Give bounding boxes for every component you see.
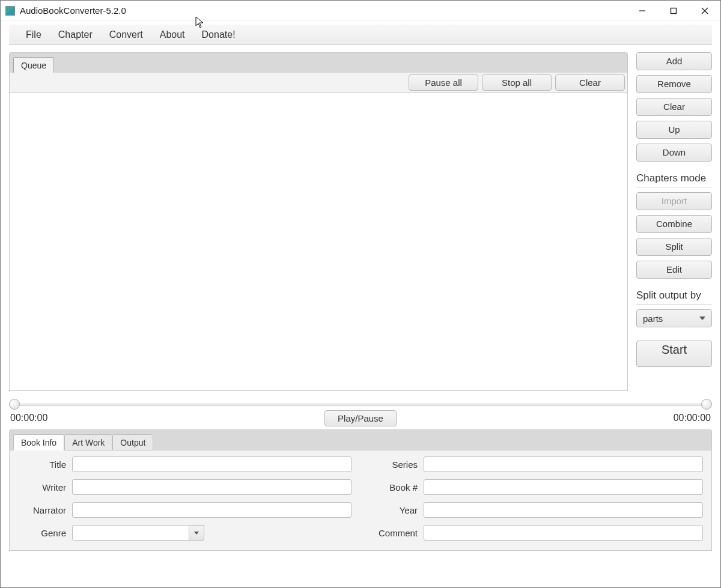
split-output-heading: Split output by bbox=[636, 286, 712, 305]
tab-art-work[interactable]: Art Work bbox=[64, 434, 112, 450]
minimize-button[interactable] bbox=[627, 1, 658, 20]
label-title: Title bbox=[18, 459, 66, 470]
label-narrator: Narrator bbox=[18, 505, 66, 515]
genre-dropdown-button[interactable] bbox=[189, 525, 204, 541]
svg-rect-1 bbox=[671, 8, 677, 13]
split-output-select[interactable]: parts bbox=[636, 309, 712, 327]
menu-convert[interactable]: Convert bbox=[103, 27, 149, 43]
maximize-button[interactable] bbox=[658, 1, 689, 20]
label-book-no: Book # bbox=[357, 482, 418, 493]
combine-button[interactable]: Combine bbox=[636, 215, 712, 233]
title-field[interactable] bbox=[72, 456, 351, 472]
comment-field[interactable] bbox=[424, 525, 703, 541]
queue-toolbar: Pause all Stop all Clear bbox=[9, 73, 628, 93]
window-title: AudioBookConverter-5.2.0 bbox=[20, 5, 126, 16]
menu-file[interactable]: File bbox=[20, 27, 47, 43]
pause-all-button[interactable]: Pause all bbox=[409, 74, 478, 91]
play-pause-button[interactable]: Play/Pause bbox=[324, 410, 397, 426]
app-icon bbox=[5, 6, 15, 16]
slider-track bbox=[13, 404, 708, 406]
book-no-field[interactable] bbox=[424, 479, 703, 495]
label-year: Year bbox=[357, 505, 418, 515]
chevron-down-icon bbox=[699, 317, 705, 320]
label-writer: Writer bbox=[18, 482, 66, 493]
time-total: 00:00:00 bbox=[674, 413, 711, 423]
stop-all-button[interactable]: Stop all bbox=[482, 74, 552, 91]
series-field[interactable] bbox=[424, 456, 703, 472]
queue-list[interactable] bbox=[9, 93, 628, 391]
time-elapsed: 00:00:00 bbox=[10, 413, 47, 423]
label-series: Series bbox=[357, 459, 418, 470]
genre-field[interactable] bbox=[72, 525, 189, 541]
queue-tabstrip: Queue bbox=[9, 52, 628, 73]
window-controls bbox=[627, 1, 720, 20]
title-bar: AudioBookConverter-5.2.0 bbox=[1, 1, 720, 21]
down-button[interactable]: Down bbox=[636, 144, 712, 162]
menu-donate[interactable]: Donate! bbox=[196, 27, 242, 43]
chapters-mode-heading: Chapters mode bbox=[636, 169, 712, 187]
tab-output[interactable]: Output bbox=[112, 434, 153, 450]
edit-button[interactable]: Edit bbox=[636, 261, 712, 279]
start-button[interactable]: Start bbox=[636, 341, 712, 367]
book-info-form: Title Series Writer Book # Narrator Year… bbox=[9, 450, 712, 551]
tab-book-info[interactable]: Book Info bbox=[13, 434, 64, 450]
clear-queue-button[interactable]: Clear bbox=[555, 74, 625, 91]
menu-bar: File Chapter Convert About Donate! bbox=[9, 25, 712, 45]
split-button[interactable]: Split bbox=[636, 238, 712, 256]
playback-slider[interactable] bbox=[9, 397, 712, 411]
label-comment: Comment bbox=[357, 528, 418, 538]
import-button[interactable]: Import bbox=[636, 192, 712, 210]
split-output-value: parts bbox=[643, 314, 663, 324]
menu-about[interactable]: About bbox=[154, 27, 191, 43]
slider-thumb-end[interactable] bbox=[701, 399, 712, 410]
add-button[interactable]: Add bbox=[636, 52, 712, 70]
tab-queue[interactable]: Queue bbox=[13, 57, 54, 73]
slider-thumb-start[interactable] bbox=[9, 399, 20, 410]
narrator-field[interactable] bbox=[72, 502, 351, 518]
sidebar: Add Remove Clear Up Down Chapters mode I… bbox=[636, 52, 712, 391]
genre-combo[interactable] bbox=[72, 525, 204, 541]
writer-field[interactable] bbox=[72, 479, 351, 495]
label-genre: Genre bbox=[18, 528, 66, 538]
close-button[interactable] bbox=[689, 1, 720, 20]
year-field[interactable] bbox=[424, 502, 703, 518]
up-button[interactable]: Up bbox=[636, 121, 712, 139]
menu-chapter[interactable]: Chapter bbox=[52, 27, 99, 43]
chevron-down-icon bbox=[194, 532, 199, 535]
clear-button[interactable]: Clear bbox=[636, 98, 712, 116]
info-tabstrip: Book Info Art Work Output bbox=[9, 429, 712, 450]
remove-button[interactable]: Remove bbox=[636, 75, 712, 93]
